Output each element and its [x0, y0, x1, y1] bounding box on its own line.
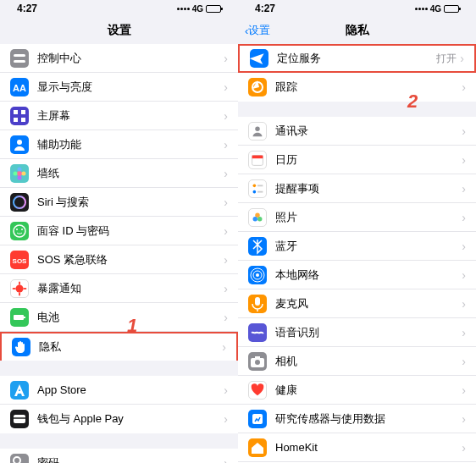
svg-point-27: [14, 457, 20, 464]
svg-rect-34: [252, 155, 263, 158]
chevron-right-icon: ›: [462, 383, 466, 397]
svg-rect-0: [14, 54, 25, 57]
chevron-right-icon: ›: [224, 196, 228, 209]
row-health[interactable]: 健康›: [238, 376, 476, 405]
row-accessibility[interactable]: 辅助功能›: [0, 130, 238, 159]
row-label: 钱包与 Apple Pay: [37, 411, 224, 427]
privacy-header: ‹ 设置 隐私: [238, 17, 476, 44]
chevron-right-icon: ›: [224, 383, 228, 397]
row-label: 定位服务: [277, 51, 436, 66]
wallpaper-icon: [10, 164, 29, 183]
svg-point-15: [16, 229, 18, 230]
svg-rect-26: [14, 417, 25, 419]
svg-point-12: [14, 171, 18, 175]
battery-icon: [206, 5, 221, 13]
chevron-right-icon: ›: [224, 253, 228, 267]
battery-icon: [444, 5, 459, 13]
row-label: 暴露通知: [37, 281, 224, 296]
chevron-right-icon: ›: [460, 52, 464, 65]
svg-point-41: [253, 217, 257, 221]
row-label: 提醒事项: [275, 181, 462, 196]
svg-point-16: [21, 229, 23, 230]
chevron-right-icon: ›: [224, 109, 228, 123]
row-home-screen[interactable]: 主屏幕›: [0, 102, 238, 130]
svg-point-18: [15, 284, 23, 292]
row-camera[interactable]: 相机›: [238, 347, 476, 376]
settings-group: 密码›邮件›: [0, 449, 238, 463]
svg-rect-48: [255, 356, 260, 359]
row-contacts[interactable]: 通讯录›: [238, 117, 476, 146]
row-siri[interactable]: Siri 与搜索›: [0, 188, 238, 217]
svg-point-14: [14, 225, 25, 237]
svg-point-7: [17, 140, 22, 145]
svg-point-40: [257, 217, 262, 221]
settings-group: App Store›钱包与 Apple Pay›: [0, 376, 238, 433]
row-label: Siri 与搜索: [37, 195, 224, 210]
signal-icon: [415, 8, 428, 10]
row-label: 隐私: [39, 339, 222, 355]
row-detail: 打开: [436, 52, 457, 66]
row-battery[interactable]: 电池›: [0, 303, 238, 332]
localnet-icon: [248, 266, 267, 284]
chevron-right-icon: ›: [462, 211, 466, 224]
svg-point-11: [18, 175, 22, 179]
row-label: 辅助功能: [37, 137, 224, 152]
row-location[interactable]: 定位服务打开›: [238, 44, 476, 73]
row-reminders[interactable]: 提醒事项›: [238, 174, 476, 203]
row-passwords[interactable]: 密码›: [0, 449, 238, 463]
chevron-right-icon: ›: [462, 412, 466, 426]
row-wallpaper[interactable]: 墙纸›: [0, 159, 238, 188]
row-calendar[interactable]: 日历›: [238, 146, 476, 174]
chevron-right-icon: ›: [462, 240, 466, 253]
row-label: 语音识别: [275, 325, 462, 340]
row-label: 跟踪: [275, 80, 462, 95]
svg-point-10: [22, 171, 26, 175]
annotation-badge-2: 2: [407, 91, 418, 113]
svg-point-9: [18, 167, 22, 171]
sos-icon: SOS: [10, 251, 29, 269]
accessibility-icon: [10, 135, 29, 154]
row-label: 健康: [275, 383, 462, 398]
display-icon: AA: [10, 78, 29, 96]
row-homekit[interactable]: HomeKit›: [238, 433, 476, 462]
chevron-right-icon: ›: [462, 268, 466, 282]
research-icon: [248, 410, 267, 428]
row-sos[interactable]: SOSSOS 紧急联络›: [0, 245, 238, 274]
tracking-icon: [248, 78, 267, 96]
row-bluetooth[interactable]: 蓝牙›: [238, 232, 476, 261]
row-control-center[interactable]: 控制中心›: [0, 44, 238, 73]
row-wallet[interactable]: 钱包与 Apple Pay›: [0, 405, 238, 433]
row-label: 显示与亮度: [37, 80, 224, 95]
privacy-list[interactable]: 定位服务打开›跟踪›通讯录›日历›提醒事项›照片›蓝牙›本地网络›麦克风›语音识…: [238, 44, 476, 463]
signal-icon: [177, 8, 190, 10]
row-exposure[interactable]: 暴露通知›: [0, 274, 238, 303]
chevron-right-icon: ›: [224, 167, 228, 180]
row-display[interactable]: AA显示与亮度›: [0, 73, 238, 102]
row-tracking[interactable]: 跟踪›: [238, 73, 476, 102]
chevron-right-icon: ›: [462, 297, 466, 311]
row-label: 相机: [275, 354, 462, 369]
chevron-right-icon: ›: [224, 412, 228, 426]
bluetooth-icon: [248, 237, 267, 256]
network-label: 4G: [430, 4, 441, 14]
settings-list[interactable]: 控制中心›AA显示与亮度›主屏幕›辅助功能›墙纸›Siri 与搜索›面容 ID …: [0, 44, 238, 463]
back-button[interactable]: ‹ 设置: [245, 23, 270, 38]
svg-text:SOS: SOS: [13, 257, 28, 265]
row-appstore[interactable]: App Store›: [0, 376, 238, 405]
chevron-right-icon: ›: [224, 80, 228, 94]
row-research[interactable]: 研究传感器与使用数据›: [238, 405, 476, 433]
row-mic[interactable]: 麦克风›: [238, 289, 476, 318]
mic-icon: [248, 295, 267, 313]
row-localnet[interactable]: 本地网络›: [238, 261, 476, 289]
svg-point-13: [14, 196, 25, 208]
row-label: HomeKit: [275, 441, 462, 454]
row-speech[interactable]: 语音识别›: [238, 318, 476, 347]
svg-rect-3: [14, 110, 18, 114]
network-label: 4G: [192, 4, 203, 14]
row-label: App Store: [37, 383, 224, 396]
row-privacy[interactable]: 隐私›: [0, 332, 238, 361]
chevron-right-icon: ›: [462, 182, 466, 196]
settings-screen: 4:27 4G 设置 控制中心›AA显示与亮度›主屏幕›辅助功能›墙纸›Siri…: [0, 0, 238, 463]
row-faceid[interactable]: 面容 ID 与密码›: [0, 217, 238, 245]
row-photos[interactable]: 照片›: [238, 203, 476, 232]
